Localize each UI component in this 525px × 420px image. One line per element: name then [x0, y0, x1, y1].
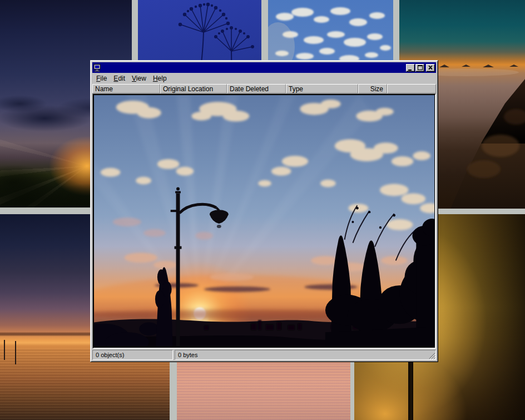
menu-help[interactable]: Help [150, 73, 170, 83]
water-pole [4, 340, 5, 360]
column-header-name[interactable]: Name [92, 84, 160, 93]
maximize-button[interactable] [415, 64, 424, 72]
column-header-size[interactable]: Size [358, 84, 387, 93]
menu-file[interactable]: File [93, 73, 110, 83]
recycle-bin-window: File Edit View Help Name Original Locati… [90, 60, 438, 362]
minimize-button[interactable] [406, 64, 415, 72]
window-titlebar[interactable] [92, 62, 436, 73]
close-button[interactable] [426, 64, 435, 72]
menu-view[interactable]: View [128, 73, 150, 83]
desktop: { "desktop": { "base_color": "#bdc1bd", … [0, 0, 525, 420]
close-icon [428, 66, 433, 70]
status-bytes: 0 bytes [175, 350, 436, 360]
column-header-date-deleted[interactable]: Date Deleted [227, 84, 286, 93]
column-header-filler[interactable] [387, 84, 436, 93]
column-header-row: Name Original Location Date Deleted Type… [92, 84, 436, 93]
column-header-type[interactable]: Type [286, 84, 358, 93]
lamp-post-sunset-photo [94, 95, 434, 347]
water-pole [15, 341, 16, 364]
menu-bar: File Edit View Help [92, 73, 436, 84]
maximize-icon [418, 65, 423, 70]
minimize-icon [408, 69, 413, 71]
computer-icon[interactable] [93, 64, 102, 72]
status-objects: 0 object(s) [92, 350, 173, 360]
file-list-area[interactable] [92, 93, 436, 349]
status-bar: 0 object(s) 0 bytes [92, 349, 436, 360]
column-header-original-location[interactable]: Original Location [160, 84, 227, 93]
menu-edit[interactable]: Edit [110, 73, 128, 83]
status-bytes-label: 0 bytes [178, 352, 197, 358]
resize-grip[interactable] [428, 352, 435, 359]
